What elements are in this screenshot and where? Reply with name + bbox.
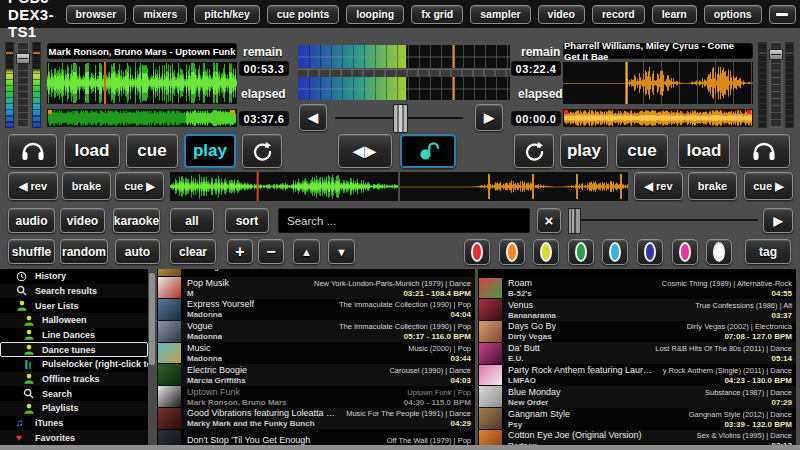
deck-a-overview-waveform[interactable] — [47, 109, 237, 127]
deck-b-overview-waveform[interactable] — [563, 109, 753, 127]
track-row[interactable]: RoamCosmic Thing (1989) | Alternative-Ro… — [478, 277, 796, 299]
sort-button[interactable]: sort — [225, 208, 269, 233]
color-tag-button[interactable] — [568, 239, 594, 265]
mix-strip-a[interactable] — [298, 45, 510, 68]
deck-b-play-button[interactable]: play — [560, 134, 608, 168]
titlebar-button[interactable]: video — [538, 5, 585, 24]
titlebar-button[interactable]: sampler — [470, 5, 530, 24]
sidebar-item[interactable]: ♥ Favorites — [0, 430, 148, 445]
deck-a-reverse-button[interactable]: ◀ rev — [8, 172, 58, 200]
titlebar-button[interactable]: pitch/key — [194, 5, 260, 24]
track-row[interactable]: Express YourselfThe Immaculate Collectio… — [157, 299, 475, 321]
filter-all-button[interactable]: all — [170, 208, 214, 233]
deck-a-load-button[interactable]: load — [64, 134, 120, 168]
filter-karaoke-button[interactable]: karaoke — [113, 208, 160, 233]
search-input[interactable] — [279, 209, 529, 232]
pitch-slider-b[interactable] — [770, 42, 782, 128]
deck-b-sync-button[interactable] — [514, 134, 554, 168]
track-row[interactable]: Lou Bega03:40 - 87.9 BPM — [157, 269, 475, 277]
deck-a-play-button[interactable]: play — [184, 134, 236, 168]
deck-a-zoom-waveform[interactable] — [170, 172, 398, 201]
track-row[interactable]: Days Go ByDirty Vegas (2002) | Electroni… — [478, 321, 796, 343]
pitch-handle-a[interactable] — [16, 53, 30, 64]
auto-button[interactable]: auto — [115, 239, 160, 264]
shuffle-button[interactable]: shuffle — [8, 239, 55, 264]
deck-a-pitch-bend-button[interactable]: ◀▶ — [338, 134, 392, 168]
sidebar-item[interactable]: Line Dances — [0, 328, 148, 343]
track-row[interactable]: Pop MusikNew York-London-Paris-Munich (1… — [157, 277, 475, 299]
deck-a-sync-button[interactable] — [242, 134, 282, 168]
color-tag-button[interactable] — [637, 239, 663, 265]
clear-button[interactable]: clear — [170, 239, 216, 264]
pitch-handle-b[interactable] — [769, 49, 783, 60]
titlebar-button[interactable]: record — [592, 5, 645, 24]
filter-video-button[interactable]: video — [60, 208, 105, 233]
sidebar-scrollbar[interactable] — [148, 269, 156, 445]
move-up-button[interactable]: ▲ — [293, 239, 320, 264]
color-tag-button[interactable] — [706, 239, 732, 265]
deck-b-cue-button[interactable]: cue — [616, 134, 668, 168]
deck-b-waveform[interactable] — [563, 62, 753, 104]
titlebar-button[interactable]: cue points — [267, 5, 340, 24]
sidebar-item[interactable]: Dance tunes — [0, 342, 148, 357]
deck-a-brake-button[interactable]: brake — [62, 172, 111, 200]
titlebar-button[interactable]: learn — [652, 5, 697, 24]
keylock-button[interactable] — [400, 134, 456, 168]
deck-b-brake-button[interactable]: brake — [688, 172, 737, 200]
track-row[interactable]: Blue MondaySubstance (1987) | Dance New … — [478, 386, 796, 408]
sidebar-item[interactable]: ♫ iTunes — [0, 416, 148, 431]
deck-a-headphones-button[interactable] — [8, 134, 57, 168]
track-row[interactable]: Gangnam StyleGangnam Style (2012) | Danc… — [478, 408, 796, 430]
sidebar-item[interactable]: Playlists — [0, 401, 148, 416]
deck-b-load-button[interactable]: load — [678, 134, 730, 168]
remove-button[interactable]: − — [258, 239, 284, 264]
sidebar-item[interactable]: Pulselocker (right-click to login) — [0, 357, 148, 372]
track-row[interactable]: Party Rock Anthem featuring Lauren Benne… — [478, 364, 796, 386]
deck-a-cue-play-button[interactable]: cue ▶ — [115, 172, 164, 200]
color-tag-button[interactable] — [499, 239, 525, 265]
sidebar-item[interactable]: Halloween — [0, 313, 148, 328]
track-row[interactable]: VogueThe Immaculate Collection (1990) | … — [157, 320, 475, 342]
deck-b-headphones-button[interactable] — [738, 134, 790, 168]
filter-audio-button[interactable]: audio — [8, 208, 55, 233]
deck-b-cue-play-button[interactable]: cue ▶ — [744, 172, 793, 200]
deck-b-reverse-button[interactable]: ◀ rev — [634, 172, 683, 200]
crossfader-right-button[interactable]: ▶ — [475, 104, 503, 131]
deck-b-zoom-waveform[interactable] — [400, 172, 628, 201]
color-tag-button[interactable] — [672, 239, 698, 265]
sidebar-scrollbar-thumb[interactable] — [149, 273, 155, 365]
list-play-button[interactable]: ▶ — [763, 208, 793, 233]
random-button[interactable]: random — [60, 239, 108, 264]
track-row[interactable]: Electric BoogieCarousel (1990) | Dance M… — [157, 364, 475, 386]
minimize-button[interactable] — [769, 5, 796, 24]
color-tag-button[interactable] — [602, 239, 628, 265]
sidebar-item[interactable]: History — [0, 269, 148, 284]
browse-scroll-handle[interactable] — [568, 208, 581, 234]
tag-button[interactable]: tag — [745, 239, 791, 264]
deck-a-cue-button[interactable]: cue — [126, 134, 178, 168]
sidebar-item[interactable]: Search results — [0, 284, 148, 299]
sidebar-item[interactable]: Search — [0, 386, 148, 401]
mix-strip-b[interactable] — [298, 77, 510, 100]
sidebar-item[interactable]: Offline tracks — [0, 372, 148, 387]
add-button[interactable]: + — [227, 239, 253, 264]
titlebar-button[interactable]: mixers — [133, 5, 187, 24]
move-down-button[interactable]: ▼ — [328, 239, 355, 264]
track-row[interactable]: Da' ButtLost R&B Hits Of The 80s (2011) … — [478, 342, 796, 364]
color-tag-button[interactable] — [533, 239, 559, 265]
sidebar-item[interactable]: User Lists — [0, 298, 148, 313]
titlebar-button[interactable]: looping — [346, 5, 404, 24]
titlebar-button[interactable]: browser — [66, 5, 127, 24]
track-row[interactable]: Uptown FunkUptown Funk | Pop Mark Ronson… — [157, 386, 475, 408]
crossfader-left-button[interactable]: ◀ — [299, 104, 327, 131]
pitch-slider-a[interactable] — [17, 42, 29, 128]
track-row[interactable]: Cotton Eye Joe (Original Version)Sex & V… — [478, 430, 796, 445]
deck-a-waveform[interactable] — [47, 62, 237, 104]
search-clear-button[interactable]: × — [537, 208, 561, 233]
track-row[interactable]: VenusTrue Confessions (1986) | Alt Banan… — [478, 299, 796, 321]
browse-scroll-track[interactable] — [570, 219, 758, 221]
color-tag-button[interactable] — [464, 239, 490, 265]
crossfader-handle[interactable] — [393, 104, 408, 133]
track-row[interactable]: Good Vibrations featuring Loleatta Hollo… — [157, 408, 475, 430]
titlebar-button[interactable]: fx grid — [411, 5, 463, 24]
